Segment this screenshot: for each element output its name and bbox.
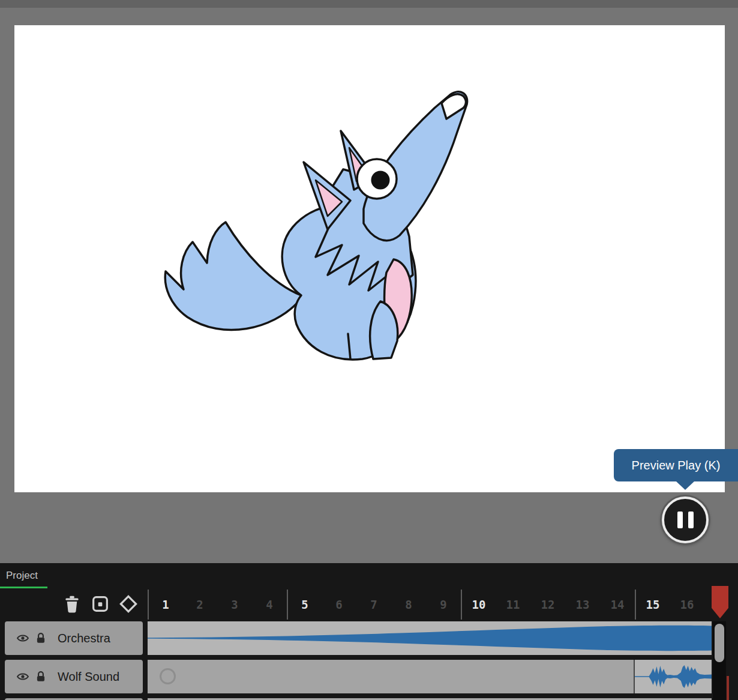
tween-diamond-icon (119, 594, 138, 614)
canvas[interactable] (14, 25, 725, 492)
playhead-line (727, 676, 729, 700)
wolf-drawing (14, 25, 725, 492)
pause-button[interactable] (662, 496, 709, 543)
timeline-panel: Project (0, 563, 738, 700)
timeline-scrollbar[interactable] (713, 621, 726, 700)
ruler-frame-10[interactable]: 10 (461, 590, 496, 620)
top-strip (0, 0, 738, 8)
track-row: Orchestra (0, 621, 738, 655)
ruler-frame-15[interactable]: 15 (635, 590, 670, 620)
track-label-orchestra[interactable]: Orchestra (5, 621, 143, 655)
ruler-frame-8[interactable]: 8 (391, 590, 426, 620)
eye-icon[interactable] (17, 671, 29, 683)
orchestra-waveform (148, 621, 712, 655)
ruler-frame-13[interactable]: 13 (565, 590, 600, 620)
wolf-sound-clip[interactable] (634, 660, 712, 693)
ruler-frame-4[interactable]: 4 (252, 590, 287, 620)
timeline-toolbar (62, 594, 138, 614)
frame-icon (91, 594, 110, 614)
ruler-frame-14[interactable]: 14 (600, 590, 635, 620)
track-row: Wolf Sound (0, 660, 738, 693)
trash-icon (62, 594, 82, 614)
track-orchestra-frames[interactable] (148, 621, 712, 655)
animation-editor: Preview Play (K) Project (0, 0, 738, 700)
track-name: Wolf Sound (58, 670, 119, 684)
playhead[interactable] (712, 586, 728, 618)
preview-play-tooltip: Preview Play (K) (614, 449, 738, 481)
eye-icon[interactable] (17, 632, 29, 644)
ruler-frame-9[interactable]: 9 (426, 590, 461, 620)
ruler-frame-1[interactable]: 1 (148, 590, 182, 620)
ruler-frame-5[interactable]: 5 (287, 590, 322, 620)
ruler-frame-7[interactable]: 7 (356, 590, 391, 620)
add-frame-button[interactable] (91, 594, 110, 614)
scrollbar-thumb[interactable] (715, 624, 724, 662)
frame-ruler: 12345678910111213141516 (148, 590, 712, 620)
tooltip-label: Preview Play (K) (632, 459, 721, 472)
ruler-frame-2[interactable]: 2 (182, 590, 217, 620)
tab-project[interactable]: Project (0, 566, 47, 588)
ruler-frame-16[interactable]: 16 (670, 590, 704, 620)
lock-icon[interactable] (35, 632, 47, 644)
tooltip-arrow (676, 481, 695, 490)
ruler-frame-3[interactable]: 3 (217, 590, 252, 620)
ruler-frame-6[interactable]: 6 (322, 590, 356, 620)
track-label-wolf-sound[interactable]: Wolf Sound (5, 660, 143, 693)
add-tween-button[interactable] (119, 594, 138, 614)
ruler-frame-11[interactable]: 11 (496, 590, 530, 620)
track-name: Orchestra (58, 632, 110, 645)
lock-icon[interactable] (35, 671, 47, 683)
track-wolf-sound-frames[interactable] (148, 660, 712, 693)
pause-icon (677, 511, 694, 528)
wolf-sound-waveform (635, 660, 712, 693)
empty-frame-circle-icon (160, 668, 176, 684)
delete-button[interactable] (62, 594, 82, 614)
tab-project-label: Project (6, 570, 38, 581)
ruler-frame-12[interactable]: 12 (530, 590, 565, 620)
